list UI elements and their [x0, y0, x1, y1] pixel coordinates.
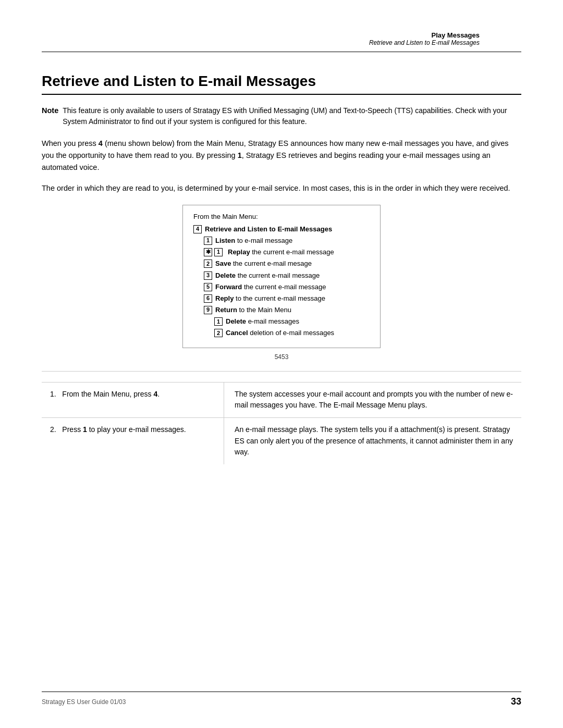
menu-from-label: From the Main Menu:	[193, 213, 370, 220]
menu-box: From the Main Menu: 4 Retrieve and Liste…	[182, 205, 381, 348]
menu-box-container: From the Main Menu: 4 Retrieve and Liste…	[42, 205, 521, 348]
note-block: Note This feature is only available to u…	[42, 105, 521, 127]
key-star: ✱	[204, 248, 212, 256]
step-2-action: Press 1 to play your e-mail messages.	[58, 425, 186, 434]
footer-page-num: 33	[511, 696, 521, 707]
menu-item-4-text: Retrieve and Listen to E-mail Messages	[205, 225, 332, 234]
note-label: Note	[42, 105, 58, 127]
header-section-title: Play Messages	[369, 31, 480, 39]
menu-item-2-save-text: Save the current e-mail mesage	[215, 259, 312, 268]
key-2-save: 2	[204, 260, 212, 268]
table-row: 2. Press 1 to play your e-mail messages.…	[42, 418, 521, 465]
key-sub-2-cancel: 2	[214, 329, 223, 337]
key-4: 4	[193, 225, 202, 233]
step-2-result: An e-mail message plays. The system tell…	[235, 425, 513, 456]
header-right: Play Messages Retrieve and Listen to E-m…	[369, 31, 480, 46]
menu-item-2-save: 2 Save the current e-mail mesage	[204, 259, 370, 268]
footer-left-text: Stratagy ES User Guide 01/03	[42, 698, 126, 706]
step-1-result-cell: The system accesses your e-mail account …	[224, 382, 521, 417]
menu-item-sub-1-delete-text: Delete e-mail messages	[226, 317, 299, 326]
divider	[42, 371, 521, 372]
menu-item-9-return-text: Return to the Main Menu	[215, 305, 291, 315]
menu-item-1-listen-text: Listen to e-mail message	[215, 236, 292, 245]
menu-item-5-forward-text: Forward the current e-mail message	[215, 282, 326, 292]
step-1-num: 1.	[50, 390, 56, 398]
menu-item-9-return: 9 Return to the Main Menu	[204, 305, 370, 315]
step-2-num: 2.	[50, 425, 56, 434]
page: Play Messages Retrieve and Listen to E-m…	[0, 0, 563, 728]
menu-item-4: 4 Retrieve and Listen to E-mail Messages	[193, 225, 370, 234]
menu-item-star-1-replay: ✱ 1 Replay the current e-mail message	[204, 248, 370, 257]
key-5-forward: 5	[204, 283, 212, 291]
figure-number: 5453	[42, 353, 521, 361]
menu-item-sub-2-cancel: 2 Cancel deletion of e-mail messages	[214, 328, 370, 338]
step-1-action: From the Main Menu, press 4.	[58, 390, 160, 398]
menu-item-6-reply: 6 Reply to the current e-mail message	[204, 294, 370, 303]
procedure-table: 1. From the Main Menu, press 4. The syst…	[42, 382, 521, 464]
step-1-action-cell: 1. From the Main Menu, press 4.	[42, 382, 224, 417]
header: Play Messages Retrieve and Listen to E-m…	[42, 0, 521, 52]
page-title: Retrieve and Listen to E-mail Messages	[42, 73, 521, 95]
menu-item-5-forward: 5 Forward the current e-mail message	[204, 282, 370, 292]
table-row: 1. From the Main Menu, press 4. The syst…	[42, 382, 521, 417]
main-content: Retrieve and Listen to E-mail Messages N…	[0, 52, 563, 506]
menu-item-1-listen: 1 Listen to e-mail message	[204, 236, 370, 245]
key-6-reply: 6	[204, 294, 212, 303]
step-2-action-cell: 2. Press 1 to play your e-mail messages.	[42, 418, 224, 465]
step-2-result-cell: An e-mail message plays. The system tell…	[224, 418, 521, 465]
paragraph-1: When you press 4 (menu shown below) from…	[42, 138, 521, 174]
key-3-delete: 3	[204, 272, 212, 280]
note-text: This feature is only available to users …	[63, 105, 521, 127]
header-subsection-title: Retrieve and Listen to E-mail Messages	[369, 39, 480, 46]
key-9-return: 9	[204, 306, 212, 314]
step-1-result: The system accesses your e-mail account …	[235, 390, 513, 410]
menu-item-3-delete: 3 Delete the current e-mail message	[204, 271, 370, 280]
menu-item-sub-1-delete: 1 Delete e-mail messages	[214, 317, 370, 326]
footer: Stratagy ES User Guide 01/03 33	[42, 692, 521, 707]
menu-item-replay-text: Replay the current e-mail message	[228, 248, 334, 257]
menu-item-6-reply-text: Reply to the current e-mail message	[215, 294, 325, 303]
menu-item-3-delete-text: Delete the current e-mail message	[215, 271, 320, 280]
key-1-listen: 1	[204, 237, 212, 245]
key-1-replay: 1	[214, 248, 223, 256]
key-sub-1-delete: 1	[214, 317, 223, 326]
paragraph-2: The order in which they are read to you,…	[42, 182, 521, 194]
menu-item-sub-2-cancel-text: Cancel deletion of e-mail messages	[226, 328, 334, 338]
